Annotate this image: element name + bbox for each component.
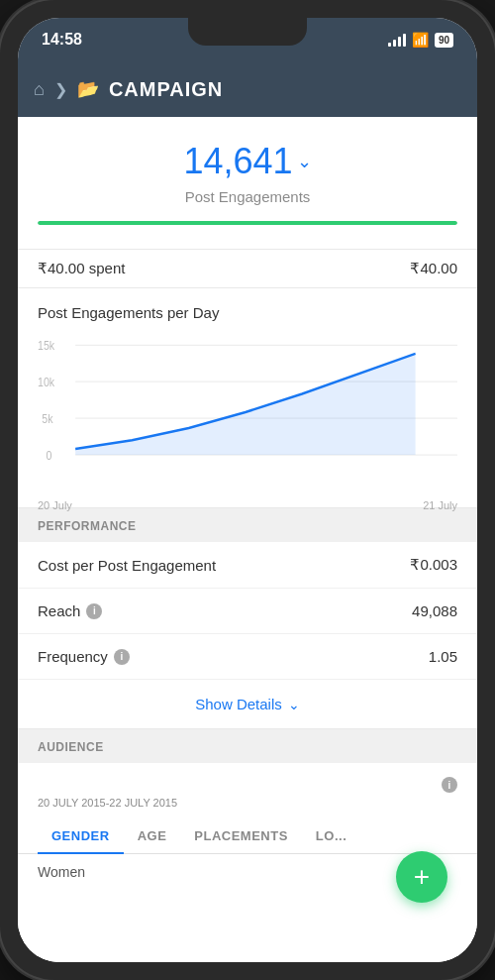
tab-placements[interactable]: PLACEMENTS	[180, 818, 302, 853]
svg-text:0: 0	[46, 449, 51, 462]
wifi-icon: 📶	[412, 32, 429, 48]
show-details-label: Show Details	[195, 696, 282, 712]
tab-gender[interactable]: GENDER	[38, 818, 124, 853]
audience-tabs: GENDER AGE PLACEMENTS LO...	[18, 818, 477, 854]
chart-x-label-start: 20 July	[38, 499, 72, 511]
audience-info-icon[interactable]: i	[442, 777, 457, 793]
metric-section: 14,641 ⌄ Post Engagements	[18, 117, 477, 250]
perf-label-cost: Cost per Post Engagement	[38, 557, 216, 574]
svg-marker-8	[75, 354, 415, 455]
perf-row-cost: Cost per Post Engagement ₹0.003	[18, 542, 477, 589]
audience-label: AUDIENCE	[38, 740, 104, 754]
budget-row: ₹40.00 spent ₹40.00	[18, 250, 477, 288]
audience-section-header: AUDIENCE	[18, 729, 477, 763]
fab-add-button[interactable]: +	[396, 851, 447, 903]
phone-frame: 14:58 📶 90 ⌂ ❯ 📂 CAMPAIGN	[0, 0, 495, 980]
progress-bar-bg	[38, 221, 457, 225]
metric-label: Post Engagements	[38, 188, 457, 205]
performance-section: Cost per Post Engagement ₹0.003 Reach i …	[18, 542, 477, 680]
metric-value-row: 14,641 ⌄	[38, 141, 457, 182]
phone-screen: 14:58 📶 90 ⌂ ❯ 📂 CAMPAIGN	[18, 18, 477, 962]
signal-icon	[388, 33, 406, 47]
reach-info-icon[interactable]: i	[86, 603, 102, 619]
perf-label-reach: Reach i	[38, 602, 102, 619]
performance-label: PERFORMANCE	[38, 519, 137, 533]
perf-label-frequency: Frequency i	[38, 648, 130, 665]
svg-text:15k: 15k	[38, 340, 54, 353]
audience-header: i	[18, 763, 477, 797]
perf-value-reach: 49,088	[412, 602, 457, 619]
perf-value-frequency: 1.05	[429, 648, 457, 665]
status-time: 14:58	[42, 31, 82, 49]
chart-section: Post Engagements per Day 15k 10k 5k 0	[18, 288, 477, 508]
battery-icon: 90	[435, 33, 453, 48]
svg-text:10k: 10k	[38, 376, 54, 388]
fab-plus-icon: +	[414, 863, 430, 891]
breadcrumb-chevron: ❯	[54, 80, 67, 99]
home-icon[interactable]: ⌂	[34, 79, 45, 100]
metric-dropdown-icon[interactable]: ⌄	[297, 151, 312, 172]
chart-container: 15k 10k 5k 0 20 July 21 July	[38, 333, 457, 491]
chart-svg: 15k 10k 5k 0	[38, 333, 457, 491]
audience-section: AUDIENCE i 20 JULY 2015-22 JULY 2015 GEN…	[18, 729, 477, 962]
progress-bar-container	[38, 221, 457, 225]
svg-text:5k: 5k	[42, 412, 52, 425]
chart-x-labels: 20 July 21 July	[38, 499, 457, 511]
frequency-info-icon[interactable]: i	[114, 649, 130, 665]
perf-row-frequency: Frequency i 1.05	[18, 634, 477, 680]
show-details-row[interactable]: Show Details ⌄	[18, 680, 477, 729]
performance-section-header: PERFORMANCE	[18, 508, 477, 542]
budget-spent: ₹40.00 spent	[38, 260, 125, 277]
folder-icon: 📂	[77, 78, 99, 100]
chart-x-label-end: 21 July	[423, 499, 457, 511]
main-content: 14,641 ⌄ Post Engagements ₹40.00 spent ₹…	[18, 117, 477, 962]
status-icons: 📶 90	[388, 32, 453, 48]
progress-bar-fill	[38, 221, 457, 225]
perf-value-cost: ₹0.003	[410, 556, 457, 574]
page-title: CAMPAIGN	[109, 78, 223, 101]
chart-title: Post Engagements per Day	[38, 304, 457, 321]
perf-row-reach: Reach i 49,088	[18, 589, 477, 634]
budget-total: ₹40.00	[410, 260, 457, 277]
nav-bar: ⌂ ❯ 📂 CAMPAIGN	[18, 61, 477, 117]
show-details-chevron-icon: ⌄	[288, 697, 300, 712]
tab-age[interactable]: AGE	[124, 818, 181, 853]
notch	[188, 18, 307, 46]
metric-value: 14,641	[183, 141, 292, 182]
audience-date: 20 JULY 2015-22 JULY 2015	[18, 797, 477, 818]
tab-location[interactable]: LO...	[302, 818, 360, 853]
